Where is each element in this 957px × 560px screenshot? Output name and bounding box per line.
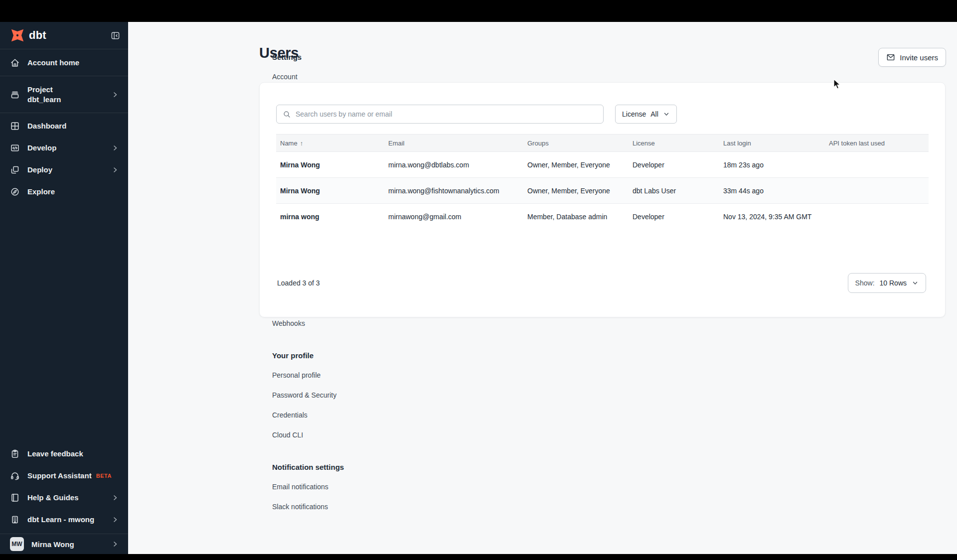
sidebar-item-label: Help & Guides	[27, 493, 79, 503]
table-row[interactable]: Mirna Wongmirna.wong@dbtlabs.comOwner, M…	[276, 152, 929, 178]
sidebar-item-support-assistant[interactable]: Support AssistantBETA	[0, 465, 128, 487]
book-icon	[10, 493, 20, 503]
column-header-last-login: Last login	[719, 140, 825, 147]
rows-per-page-dropdown[interactable]: Show: 10 Rows	[848, 273, 926, 293]
settings-nav-item-slack-notifications[interactable]: Slack notifications	[268, 497, 376, 517]
sidebar-item-sublabel: dbt_learn	[27, 95, 61, 105]
building-icon	[10, 515, 20, 525]
sidebar-item-help-guides[interactable]: Help & Guides	[0, 487, 128, 509]
settings-nav-item-password-security[interactable]: Password & Security	[268, 385, 376, 405]
top-black-bar	[0, 0, 957, 22]
settings-nav-label: Credentials	[272, 411, 308, 419]
cell-license: Developer	[629, 161, 719, 169]
cell-groups: Owner, Member, Everyone	[523, 187, 629, 195]
sidebar-item-account-home[interactable]: Account home	[0, 49, 128, 76]
settings-nav-label: Personal profile	[272, 371, 320, 379]
sidebar-header: dbt	[0, 22, 128, 49]
settings-nav-item-credentials[interactable]: Credentials	[268, 405, 376, 425]
cell-license: Developer	[629, 213, 719, 221]
cell-email: mirnawong@gmail.com	[384, 213, 523, 221]
sidebar-item-label: Develop	[27, 143, 56, 153]
settings-nav-item-personal-profile[interactable]: Personal profile	[268, 365, 376, 385]
settings-nav-label: Webhooks	[272, 319, 305, 327]
sidebar-item-label: Project	[27, 85, 61, 95]
beta-badge: BETA	[96, 473, 112, 479]
sidebar-item-leave-feedback[interactable]: Leave feedback	[0, 443, 128, 465]
home-icon	[10, 58, 20, 68]
settings-heading-your-profile: Your profile	[268, 345, 376, 365]
chevron-right-icon	[111, 494, 119, 502]
deploy-windows-icon	[10, 165, 20, 175]
column-header-groups: Groups	[523, 140, 629, 147]
show-label: Show:	[855, 279, 875, 287]
settings-nav-item-cloud-cli[interactable]: Cloud CLI	[268, 425, 376, 445]
show-value: 10 Rows	[880, 279, 907, 287]
sidebar-item-label: Leave feedback	[27, 449, 83, 459]
license-filter-dropdown[interactable]: License All	[615, 105, 677, 124]
sidebar-footer-nav: Leave feedbackSupport AssistantBETAHelp …	[0, 443, 128, 531]
headset-icon	[10, 471, 20, 481]
settings-nav-label: Password & Security	[272, 391, 336, 399]
cell-name: Mirna Wong	[276, 161, 384, 169]
chevron-right-icon	[111, 516, 119, 524]
chevron-down-icon	[912, 280, 919, 286]
search-icon	[283, 110, 291, 119]
column-header-name[interactable]: Name↑	[276, 140, 384, 147]
chevron-right-icon	[111, 166, 119, 174]
search-input[interactable]	[296, 110, 597, 118]
loaded-status: Loaded 3 of 3	[277, 279, 320, 287]
sidebar-nav: Account homeProjectdbt_learnDashboardDev…	[0, 49, 128, 203]
main-content: SettingsAccountProjectsIntegrationsConne…	[128, 22, 957, 554]
app-sidebar: dbt Account homeProjectdbt_learnDashboar…	[0, 22, 128, 554]
sidebar-item-label: Account home	[27, 58, 79, 68]
table-row[interactable]: mirna wongmirnawong@gmail.comMember, Dat…	[276, 204, 929, 230]
sidebar-item-label: Support Assistant	[27, 471, 92, 481]
sidebar-user-menu[interactable]: MW Mirna Wong	[0, 534, 128, 554]
sidebar-item-develop[interactable]: Develop	[0, 137, 128, 159]
page-title: Users	[259, 45, 299, 61]
sort-ascending-icon: ↑	[300, 140, 304, 147]
sidebar-item-dashboard[interactable]: Dashboard	[0, 115, 128, 137]
sidebar-item-explore[interactable]: Explore	[0, 181, 128, 203]
column-header-license: License	[629, 140, 719, 147]
sidebar-item-label: Explore	[27, 187, 55, 197]
sidebar-item-project[interactable]: Projectdbt_learn	[0, 76, 128, 113]
avatar: MW	[10, 537, 24, 551]
sidebar-item-deploy[interactable]: Deploy	[0, 159, 128, 181]
cell-last-login: 33m 44s ago	[719, 187, 825, 195]
cell-license: dbt Labs User	[629, 187, 719, 195]
column-header-api-token-last-used: API token last used	[825, 140, 929, 147]
settings-nav-item-email-notifications[interactable]: Email notifications	[268, 477, 376, 497]
cell-groups: Member, Database admin	[523, 213, 629, 221]
table-header: Name↑EmailGroupsLicenseLast loginAPI tok…	[276, 134, 929, 152]
cell-last-login: 18m 23s ago	[719, 161, 825, 169]
invite-users-button[interactable]: Invite users	[878, 48, 946, 67]
settings-heading-notification-settings: Notification settings	[268, 457, 376, 477]
table-row[interactable]: Mirna Wongmirna.wong@fishtownanalytics.c…	[276, 178, 929, 204]
sidebar-item-label: Deploy	[27, 165, 52, 175]
cell-email: mirna.wong@dbtlabs.com	[384, 161, 523, 169]
license-filter-value: All	[650, 110, 658, 118]
settings-nav-label: Slack notifications	[272, 503, 328, 511]
chevron-right-icon	[111, 91, 119, 99]
cell-email: mirna.wong@fishtownanalytics.com	[384, 187, 523, 195]
bottom-black-bar	[0, 554, 957, 560]
users-card: License All Name↑EmailGroupsLicenseLast …	[259, 82, 946, 317]
sidebar-item-label: dbt Learn - mwong	[27, 515, 94, 525]
table-body: Mirna Wongmirna.wong@dbtlabs.comOwner, M…	[276, 152, 929, 230]
mail-icon	[886, 53, 895, 61]
sidebar-collapse-icon[interactable]	[111, 31, 120, 40]
chevron-down-icon	[663, 111, 670, 118]
chevron-right-icon	[111, 144, 119, 152]
invite-users-label: Invite users	[900, 53, 938, 62]
cell-groups: Owner, Member, Everyone	[523, 161, 629, 169]
chevron-right-icon	[111, 540, 119, 548]
sidebar-item-dbt-learn-mwong[interactable]: dbt Learn - mwong	[0, 509, 128, 531]
code-window-icon	[10, 143, 20, 153]
clipboard-icon	[10, 449, 20, 459]
cell-name: mirna wong	[276, 213, 384, 221]
settings-nav-label: Account	[272, 73, 298, 81]
dashboard-grid-icon	[10, 121, 20, 131]
column-header-email: Email	[384, 140, 523, 147]
users-table: Name↑EmailGroupsLicenseLast loginAPI tok…	[276, 134, 929, 230]
